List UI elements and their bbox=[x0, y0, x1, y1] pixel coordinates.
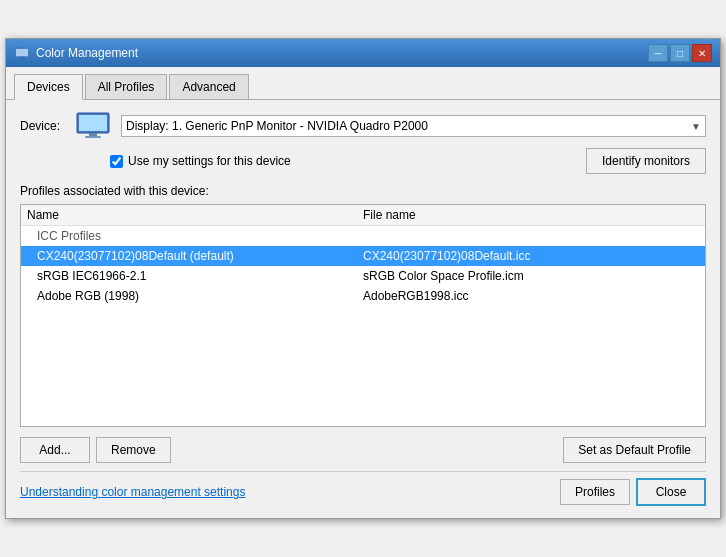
svg-rect-6 bbox=[85, 136, 101, 138]
profiles-button[interactable]: Profiles bbox=[560, 479, 630, 505]
tab-advanced[interactable]: Advanced bbox=[169, 74, 248, 100]
minimize-button[interactable]: ─ bbox=[648, 44, 668, 62]
row-name: sRGB IEC61966-2.1 bbox=[37, 269, 363, 283]
profiles-table: Name File name ICC Profiles CX240(230771… bbox=[20, 204, 706, 427]
tab-all-profiles[interactable]: All Profiles bbox=[85, 74, 168, 100]
row-name: CX240(23077102)08Default (default) bbox=[37, 249, 363, 263]
maximize-button[interactable]: □ bbox=[670, 44, 690, 62]
table-row[interactable]: sRGB IEC61966-2.1 sRGB Color Space Profi… bbox=[21, 266, 705, 286]
use-my-settings-checkbox[interactable] bbox=[110, 155, 123, 168]
understanding-link[interactable]: Understanding color management settings bbox=[20, 485, 245, 499]
row-name: Adobe RGB (1998) bbox=[37, 289, 363, 303]
identify-monitors-button[interactable]: Identify monitors bbox=[586, 148, 706, 174]
col-name-header: Name bbox=[27, 208, 363, 222]
window-icon bbox=[14, 45, 30, 61]
title-bar-left: Color Management bbox=[14, 45, 138, 61]
footer-right-buttons: Profiles Close bbox=[560, 478, 706, 506]
color-management-window: Color Management ─ □ ✕ Devices All Profi… bbox=[5, 38, 721, 519]
svg-rect-4 bbox=[79, 115, 107, 131]
close-button[interactable]: Close bbox=[636, 478, 706, 506]
row-filename: sRGB Color Space Profile.icm bbox=[363, 269, 689, 283]
tab-devices[interactable]: Devices bbox=[14, 74, 83, 100]
device-label: Device: bbox=[20, 119, 65, 133]
svg-rect-2 bbox=[19, 57, 25, 58]
table-header: Name File name bbox=[21, 205, 705, 226]
icc-profiles-group: ICC Profiles bbox=[21, 226, 705, 246]
window-title: Color Management bbox=[36, 46, 138, 60]
row-filename: CX240(23077102)08Default.icc bbox=[363, 249, 689, 263]
add-button[interactable]: Add... bbox=[20, 437, 90, 463]
checkbox-row: Use my settings for this device bbox=[110, 154, 586, 168]
table-body: ICC Profiles CX240(23077102)08Default (d… bbox=[21, 226, 705, 426]
table-row[interactable]: Adobe RGB (1998) AdobeRGB1998.icc bbox=[21, 286, 705, 306]
profiles-section-label: Profiles associated with this device: bbox=[20, 184, 706, 198]
title-controls: ─ □ ✕ bbox=[648, 44, 712, 62]
device-dropdown-value: Display: 1. Generic PnP Monitor - NVIDIA… bbox=[126, 119, 428, 133]
dropdown-arrow-icon: ▼ bbox=[691, 121, 701, 132]
bottom-buttons: Add... Remove Set as Default Profile bbox=[20, 437, 706, 463]
monitor-icon bbox=[75, 112, 111, 140]
device-row: Device: Display: 1. Generic PnP Monitor … bbox=[20, 112, 706, 140]
main-content: Device: Display: 1. Generic PnP Monitor … bbox=[6, 100, 720, 518]
footer-row: Understanding color management settings … bbox=[20, 471, 706, 506]
title-bar: Color Management ─ □ ✕ bbox=[6, 39, 720, 67]
table-row[interactable]: CX240(23077102)08Default (default) CX240… bbox=[21, 246, 705, 266]
remove-button[interactable]: Remove bbox=[96, 437, 171, 463]
device-dropdown[interactable]: Display: 1. Generic PnP Monitor - NVIDIA… bbox=[121, 115, 706, 137]
tabs-bar: Devices All Profiles Advanced bbox=[6, 67, 720, 100]
checkbox-identify-row: Use my settings for this device Identify… bbox=[110, 148, 706, 174]
svg-rect-1 bbox=[16, 49, 28, 56]
svg-rect-5 bbox=[89, 133, 97, 136]
set-default-profile-button[interactable]: Set as Default Profile bbox=[563, 437, 706, 463]
use-my-settings-label: Use my settings for this device bbox=[128, 154, 291, 168]
window-close-button[interactable]: ✕ bbox=[692, 44, 712, 62]
col-filename-header: File name bbox=[363, 208, 699, 222]
row-filename: AdobeRGB1998.icc bbox=[363, 289, 689, 303]
bottom-left-buttons: Add... Remove bbox=[20, 437, 171, 463]
